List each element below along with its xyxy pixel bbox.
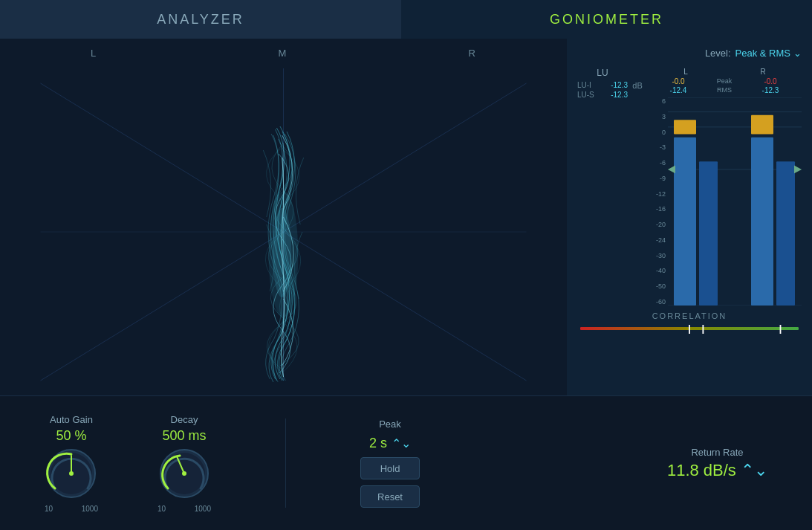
meter-display: LU LU-I -12.3 LU-S -12.3 dB L <box>577 68 802 306</box>
r-header: R <box>760 68 765 76</box>
decay-knob[interactable] <box>157 447 211 500</box>
l-rms-value: -12.4 <box>647 86 709 94</box>
auto-gain-scale: 10 1000 <box>45 505 98 513</box>
svg-rect-13 <box>699 161 718 306</box>
svg-marker-18 <box>794 166 802 174</box>
r-col-header: R <box>724 68 802 76</box>
db-label: dB <box>629 68 646 306</box>
correlation-bar-container <box>580 323 799 335</box>
l-header: L <box>683 68 688 76</box>
lu-i-value: -12.3 <box>611 81 628 89</box>
peak-stepper[interactable]: ⌃⌄ <box>392 436 411 450</box>
goniometer-panel: Level: Peak & RMS ⌄ LU LU-I -12.3 LU-S -… <box>567 39 812 395</box>
svg-rect-15 <box>751 115 773 135</box>
auto-gain-label: Auto Gain <box>50 414 93 425</box>
peak-value-row: 2 s ⌃⌄ <box>369 436 411 451</box>
correlation-bar-svg <box>580 323 799 335</box>
peak-rms-labels: L R <box>647 68 802 76</box>
lu-s-value: -12.3 <box>611 91 628 99</box>
bottom-controls: Auto Gain 50 % 10 1000 Decay 500 ms <box>0 395 812 530</box>
peak-text: Peak <box>709 77 739 85</box>
peak-label: Peak <box>379 418 401 430</box>
analyzer-panel: L M R <box>0 39 567 395</box>
lu-header: LU <box>577 68 628 78</box>
return-rate-value: 11.8 dB/s ⌃⌄ <box>667 461 767 480</box>
svg-rect-11 <box>674 138 696 306</box>
svg-rect-16 <box>776 161 795 306</box>
auto-gain-value: 50 % <box>56 428 86 444</box>
auto-gain-control: Auto Gain 50 % 10 1000 <box>45 414 98 513</box>
goniometer-signal <box>0 39 567 395</box>
return-rate-label: Return Rate <box>691 447 743 458</box>
level-value[interactable]: Peak & RMS <box>735 48 790 59</box>
level-label: Level: <box>705 48 731 59</box>
l-peak-value: -0.0 <box>647 77 709 85</box>
svg-marker-17 <box>668 166 675 174</box>
peak-section: Peak 2 s ⌃⌄ Hold Reset <box>360 418 420 508</box>
lu-i-label: LU-I <box>577 81 591 89</box>
hold-button[interactable]: Hold <box>360 457 420 479</box>
decay-control: Decay 500 ms 10 1000 <box>157 414 211 513</box>
r-rms-value: -12.3 <box>739 86 802 94</box>
tab-analyzer[interactable]: ANALYZER <box>0 0 401 39</box>
correlation-section: CORRELATION <box>577 311 802 335</box>
peak-value-labels: -0.0 Peak -0.0 <box>647 77 802 85</box>
l-col-header: L <box>647 68 724 76</box>
db-scale: 6 3 0 -3 -6 -9 -12 -16 -20 -24 -30 -40 -… <box>647 97 668 306</box>
lu-section: LU LU-I -12.3 LU-S -12.3 <box>577 68 628 306</box>
tab-goniometer[interactable]: GONIOMETER <box>401 0 812 39</box>
svg-rect-12 <box>674 120 696 134</box>
return-rate-stepper[interactable]: ⌃⌄ <box>741 461 767 479</box>
main-content: L M R <box>0 39 812 395</box>
reset-button[interactable]: Reset <box>360 485 420 508</box>
decay-scale: 10 1000 <box>157 505 211 513</box>
correlation-label: CORRELATION <box>577 311 802 320</box>
lu-s-label: LU-S <box>577 91 594 99</box>
lu-i-row: LU-I -12.3 <box>577 81 628 89</box>
lu-s-row: LU-S -12.3 <box>577 91 628 99</box>
controls-separator <box>285 418 286 508</box>
header: ANALYZER GONIOMETER <box>0 0 812 39</box>
svg-rect-14 <box>751 138 773 306</box>
decay-label: Decay <box>171 414 198 425</box>
svg-point-30 <box>182 471 186 476</box>
meter-bars-svg <box>668 97 802 306</box>
peak-value: 2 s <box>369 436 387 451</box>
svg-point-26 <box>69 471 74 476</box>
decay-value: 500 ms <box>162 428 206 444</box>
auto-gain-knob[interactable] <box>45 447 98 500</box>
bars-with-scale: 6 3 0 -3 -6 -9 -12 -16 -20 -24 -30 -40 -… <box>647 97 802 306</box>
rms-value-labels: -12.4 RMS -12.3 <box>647 86 802 94</box>
rms-text: RMS <box>709 86 739 94</box>
level-selector: Level: Peak & RMS ⌄ <box>577 48 802 59</box>
level-dropdown-icon[interactable]: ⌄ <box>793 48 802 59</box>
scale-bars: L R -0.0 Peak -0.0 -12.4 RMS -12.3 <box>647 68 802 306</box>
return-rate-section: Return Rate 11.8 dB/s ⌃⌄ <box>667 447 767 480</box>
r-peak-value: -0.0 <box>739 77 802 85</box>
